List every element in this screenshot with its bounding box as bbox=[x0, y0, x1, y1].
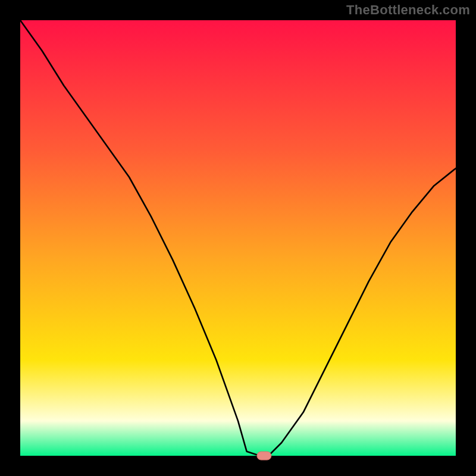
bottleneck-plot bbox=[0, 0, 476, 476]
plot-area bbox=[20, 20, 456, 456]
optimum-marker bbox=[257, 452, 271, 460]
watermark-text: TheBottleneck.com bbox=[346, 2, 470, 18]
chart-container: TheBottleneck.com bbox=[0, 0, 476, 476]
